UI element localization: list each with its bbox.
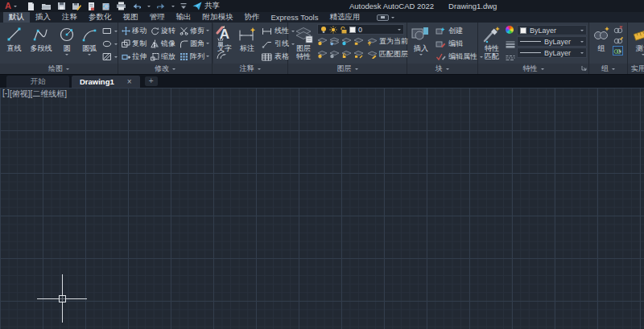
layer-dropdown-caret[interactable] [398,29,401,31]
object-color-dropdown[interactable]: ByLayer [517,25,587,35]
ribbon-tab-insert[interactable]: 插入 [30,12,56,23]
panel-annotate-title[interactable]: 注释 [213,64,287,74]
panel-block-title[interactable]: 块 [407,64,477,74]
linetype-dropdown[interactable]: ByLayer [517,47,587,58]
scale-tool-button[interactable]: 缩放 [149,50,177,63]
dialog-launcher-icon[interactable] [581,64,587,72]
printer-icon[interactable] [116,2,126,10]
match-properties-button[interactable]: 特性 匹配 [480,23,504,64]
copy-tool-button[interactable]: 复制 [120,37,148,50]
edit-block-button[interactable]: 编辑 [436,38,483,50]
viewport-menu-control[interactable]: [-] [2,88,10,100]
rectangle-tool-button[interactable] [102,25,118,37]
ribbon-tab-annotate[interactable]: 注释 [56,12,83,23]
viewport-visual-style-control[interactable]: [二维线框] [30,88,67,100]
panel-utilities-title[interactable]: 实用工具 [628,64,644,74]
group-edit-button[interactable] [613,35,623,45]
mirror-tool-button[interactable]: 镜像 [149,37,177,50]
ribbon-tab-featured-apps[interactable]: 精选应用 [324,12,365,23]
share-button[interactable]: 共享 [192,1,220,11]
edit-attributes-button[interactable]: 编辑属性 [436,51,483,63]
text-tool-button[interactable]: A 文字 [214,23,235,64]
qat-customize-icon[interactable] [180,2,187,10]
layer-thaw-button[interactable] [329,50,340,60]
start-tab[interactable]: 开始 [6,76,69,88]
drawing-canvas[interactable]: [-] [俯视] [二维线框] [0,88,644,329]
match-layer-button[interactable]: 匹配图层 [367,49,408,60]
new-file-icon[interactable] [27,2,35,11]
ribbon-tab-output[interactable]: 输出 [171,12,197,23]
ribbon-display-toggle[interactable] [377,12,394,23]
panel-layers-title[interactable]: 图层 [288,64,407,74]
layer-unlock-button[interactable] [341,50,352,60]
ellipse-tool-button[interactable] [102,38,118,50]
panel-draw-title[interactable]: 绘图 [0,64,118,74]
undo-icon[interactable] [132,2,142,10]
drawing1-tab[interactable]: Drawing1 × [72,76,140,88]
ribbon-tab-express-tools[interactable]: Express Tools [266,12,324,23]
line-tool-button[interactable]: 直线 [2,23,27,64]
array-dropdown-caret[interactable] [206,56,209,57]
ribbon-tab-view[interactable]: 视图 [118,12,144,23]
new-drawing-tab-button[interactable]: + [145,76,158,86]
hatch-dropdown-caret[interactable] [114,56,118,58]
close-tab-icon[interactable]: × [127,77,132,86]
rotate-tool-button[interactable]: 旋转 [149,24,177,37]
app-menu-button[interactable]: A [5,2,17,10]
fillet-tool-button[interactable]: 圆角 [178,37,211,50]
open-file-icon[interactable] [41,2,52,10]
group-selection-toggle[interactable] [613,46,623,56]
fillet-dropdown-caret[interactable] [206,43,209,44]
circle-dropdown-caret[interactable] [65,54,68,56]
linetype-icon[interactable] [506,55,515,61]
polyline-tool-button[interactable]: 多段线 [27,23,56,64]
layer-dropdown[interactable]: 0 [317,24,404,35]
insert-dropdown-caret[interactable] [419,54,423,56]
group-button[interactable]: 组 [591,23,612,64]
lineweight-icon[interactable] [506,41,515,48]
redo-dropdown-caret[interactable] [171,6,175,7]
panel-modify-title[interactable]: 修改 [118,64,212,74]
create-block-button[interactable]: 创建 [436,25,483,37]
batch-plot-icon[interactable] [101,2,110,11]
viewport-view-control[interactable]: [俯视] [10,88,31,100]
move-tool-button[interactable]: 移动 [120,24,148,37]
rectangle-dropdown-caret[interactable] [114,31,118,32]
circle-tool-button[interactable]: 圆 [56,23,78,64]
ungroup-button[interactable] [613,25,623,35]
insert-block-button[interactable]: 插入 [409,23,433,64]
trim-tool-button[interactable]: 修剪 [178,24,211,37]
ribbon-tab-manage[interactable]: 管理 [144,12,171,23]
hatch-tool-button[interactable] [102,51,118,63]
ribbon-tab-collaborate[interactable]: 协作 [239,12,266,23]
ribbon-tab-home[interactable]: 默认 [3,12,30,23]
panel-group-title[interactable]: 组 [589,64,627,74]
arc-dropdown-caret[interactable] [88,54,91,56]
dimension-tool-button[interactable]: 标注 [235,23,259,64]
set-current-layer-button[interactable]: 置为当前 [367,36,408,47]
save-icon[interactable] [57,2,66,10]
layer-isolate-button[interactable] [329,37,340,47]
panel-properties-title[interactable]: 特性 [478,64,588,74]
ribbon-tab-addins[interactable]: 附加模块 [197,12,239,23]
text-dropdown-caret[interactable] [223,54,226,56]
layer-freeze-button[interactable] [341,37,352,47]
array-tool-button[interactable]: 阵列 [178,50,211,63]
ellipse-dropdown-caret[interactable] [114,43,118,45]
layer-lock-button[interactable] [353,37,364,47]
measure-button[interactable]: 测量 [630,23,644,64]
redo-icon[interactable] [156,2,166,10]
lineweight-dropdown[interactable]: ByLayer [517,36,587,47]
layer-properties-button[interactable]: 图层 特性 [290,23,317,64]
trim-dropdown-caret[interactable] [206,30,209,31]
ribbon-tab-parametric[interactable]: 参数化 [83,12,118,23]
undo-dropdown-caret[interactable] [147,6,151,7]
arc-tool-button[interactable]: 圆弧 [78,23,101,64]
layer-off-button[interactable] [317,37,328,47]
save-as-icon[interactable] [72,2,81,11]
layer-on-button[interactable] [317,50,328,60]
color-wheel-icon[interactable] [506,26,514,34]
stretch-tool-button[interactable]: 拉伸 [120,50,148,63]
layer-lock-fade-button[interactable] [353,50,364,60]
plot-icon[interactable] [87,2,96,11]
